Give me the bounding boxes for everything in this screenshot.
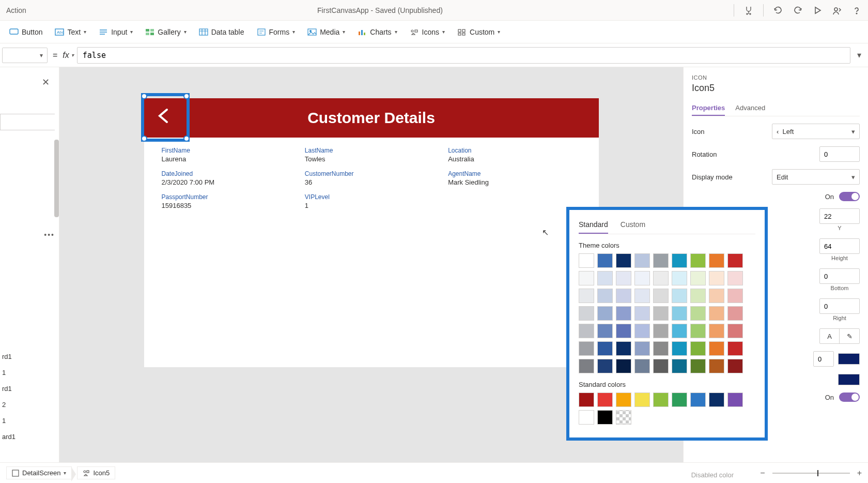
color-swatch[interactable] [579, 271, 594, 285]
play-icon[interactable] [812, 5, 823, 16]
selection-outline[interactable] [141, 93, 190, 142]
border-size-input[interactable] [813, 351, 834, 367]
color-swatch[interactable] [634, 306, 650, 321]
color-swatch[interactable] [634, 271, 650, 285]
tree-item[interactable]: ard1 [0, 429, 59, 445]
color-swatch[interactable] [690, 359, 706, 373]
help-icon[interactable] [851, 5, 862, 16]
color-swatch[interactable] [727, 253, 743, 268]
color-swatch[interactable] [597, 359, 613, 373]
seg-a[interactable]: A [820, 329, 840, 343]
icon-dropdown[interactable]: ‹ Left▾ [772, 124, 860, 139]
color-swatch[interactable] [634, 324, 650, 338]
color-swatch[interactable] [672, 306, 687, 321]
color-swatch[interactable] [616, 289, 631, 303]
color-swatch[interactable] [727, 393, 743, 407]
color-swatch[interactable] [634, 341, 650, 356]
breadcrumb-element[interactable]: Icon5 [77, 466, 115, 479]
tree-item[interactable]: 2 [0, 397, 59, 413]
rotation-input[interactable] [819, 146, 860, 162]
color-swatch[interactable] [653, 253, 669, 268]
color-swatch[interactable] [709, 359, 724, 373]
color-swatch[interactable] [727, 359, 743, 373]
color-swatch[interactable] [653, 271, 669, 285]
color-swatch[interactable] [727, 324, 743, 338]
color-swatch[interactable] [616, 253, 631, 268]
color-swatch[interactable] [634, 359, 650, 373]
close-icon[interactable]: ✕ [42, 77, 50, 88]
color-swatch[interactable] [579, 393, 594, 407]
color-swatch[interactable] [653, 306, 669, 321]
color-swatch[interactable] [579, 359, 594, 373]
color-swatch[interactable] [653, 359, 669, 373]
color-swatch[interactable] [597, 289, 613, 303]
scrollbar[interactable] [54, 140, 59, 217]
color-swatch[interactable] [709, 341, 724, 356]
ribbon-forms[interactable]: Forms▾ [257, 27, 296, 37]
redo-icon[interactable] [793, 5, 803, 16]
color-swatch[interactable] [672, 289, 687, 303]
color-swatch[interactable] [709, 306, 724, 321]
color-swatch[interactable] [616, 410, 631, 425]
color-swatch[interactable] [579, 253, 594, 268]
color-swatch[interactable] [709, 324, 724, 338]
color-swatch[interactable] [690, 271, 706, 285]
color-swatch[interactable] [727, 306, 743, 321]
color-swatch[interactable] [579, 341, 594, 356]
color-swatch[interactable] [709, 271, 724, 285]
picker-tab-standard[interactable]: Standard [579, 218, 608, 234]
color-swatch[interactable] [709, 253, 724, 268]
seg-brush-icon[interactable]: ✎ [840, 329, 859, 343]
app-checker-icon[interactable] [743, 5, 754, 16]
tree-item[interactable]: 1 [0, 413, 59, 429]
color-swatch[interactable] [597, 410, 613, 425]
color-swatch[interactable] [690, 306, 706, 321]
tab-advanced[interactable]: Advanced [735, 101, 765, 116]
color-swatch[interactable] [709, 393, 724, 407]
undo-icon[interactable] [773, 5, 783, 16]
picker-tab-custom[interactable]: Custom [621, 218, 645, 234]
color-swatch[interactable] [690, 253, 706, 268]
color-swatch[interactable] [672, 253, 687, 268]
color-swatch[interactable] [653, 324, 669, 338]
color-swatch-b[interactable] [838, 374, 860, 385]
width-input[interactable] [819, 238, 860, 254]
tree-item[interactable]: rd1 [0, 381, 59, 397]
color-swatch[interactable] [690, 289, 706, 303]
ribbon-text[interactable]: AbcText▾ [55, 27, 86, 37]
displaymode-dropdown[interactable]: Edit▾ [772, 169, 860, 185]
color-swatch[interactable] [597, 306, 613, 321]
color-swatch[interactable] [727, 271, 743, 285]
zoom-slider[interactable] [772, 473, 850, 474]
color-swatch[interactable] [672, 324, 687, 338]
tree-item[interactable]: 1 [0, 365, 59, 381]
color-swatch[interactable] [634, 253, 650, 268]
color-swatch[interactable] [579, 289, 594, 303]
color-swatch[interactable] [597, 253, 613, 268]
color-swatch[interactable] [616, 393, 631, 407]
ribbon-button[interactable]: Button [9, 27, 42, 37]
color-swatch-a[interactable] [838, 353, 860, 365]
tab-properties[interactable]: Properties [692, 101, 725, 116]
color-swatch[interactable] [597, 393, 613, 407]
padleft-input[interactable] [819, 298, 860, 314]
more-icon[interactable]: ••• [44, 231, 55, 239]
color-swatch[interactable] [616, 324, 631, 338]
color-swatch[interactable] [672, 271, 687, 285]
tree-item[interactable]: rd1 [0, 349, 59, 365]
color-swatch[interactable] [727, 341, 743, 356]
color-swatch[interactable] [616, 359, 631, 373]
fx-label[interactable]: fx▾ [63, 51, 76, 60]
share-icon[interactable] [832, 5, 842, 16]
color-swatch[interactable] [579, 306, 594, 321]
color-swatch[interactable] [597, 271, 613, 285]
color-swatch[interactable] [579, 324, 594, 338]
zoom-out-icon[interactable]: − [760, 469, 765, 478]
ribbon-input[interactable]: Input▾ [99, 27, 133, 37]
x-input[interactable] [819, 208, 860, 224]
zoom-in-icon[interactable]: + [857, 469, 862, 478]
color-swatch[interactable] [653, 289, 669, 303]
property-selector[interactable]: ▾ [2, 48, 48, 63]
color-swatch[interactable] [634, 289, 650, 303]
color-swatch[interactable] [616, 306, 631, 321]
